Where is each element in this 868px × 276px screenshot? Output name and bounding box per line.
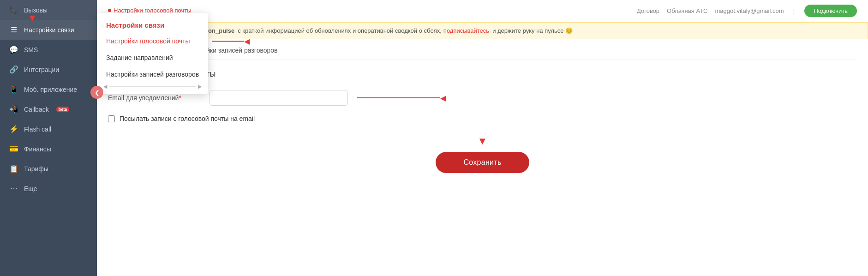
sidebar-item-tariffs[interactable]: 📋 Тарифы — [0, 159, 97, 179]
sidebar-item-integrations[interactable]: 🔗 Интеграции — [0, 60, 97, 79]
topbar-email[interactable]: maggot.vitaly@gmail.com — [715, 7, 784, 14]
more-icon: ⋯ — [9, 184, 18, 193]
mobile-app-icon: 📱 — [9, 85, 18, 94]
dropdown-item-label: Настройки записей разговоров — [106, 71, 199, 78]
topbar-contract[interactable]: Договор — [637, 7, 659, 14]
sidebar-item-communication-settings[interactable]: ☰ Настройки связи — [0, 20, 97, 40]
sidebar-item-label: Callback — [24, 106, 49, 113]
sidebar-item-label: Еще — [24, 185, 37, 192]
topbar: Настройки голосовой почты Договор Облачн… — [97, 0, 868, 22]
checkbox-row: Посылать записи с голосовой почты на ema… — [108, 115, 857, 122]
save-button[interactable]: Сохранить — [436, 152, 529, 173]
sms-icon: 💬 — [9, 45, 18, 54]
dropdown-item-directions[interactable]: Задание направлений — [97, 49, 208, 66]
info-banner-middle: с краткой информацией об обновлениях и о… — [238, 27, 442, 34]
sidebar-item-sms[interactable]: 💬 SMS — [0, 40, 97, 60]
flash-call-icon: ⚡ — [9, 125, 18, 133]
collapse-icon: ❮ — [95, 89, 100, 96]
sidebar-collapse-button[interactable]: ❮ — [90, 86, 103, 99]
tariffs-icon: 📋 — [9, 164, 18, 173]
scroll-indicator: ◀ ▶ — [100, 83, 205, 90]
email-form-row: Email для уведомлений* ◀ — [108, 90, 857, 106]
sidebar-item-calls[interactable]: 📞 Вызовы ▼ — [0, 0, 97, 20]
sidebar-item-label: Финансы — [24, 145, 51, 153]
callback-badge: beta — [56, 107, 70, 112]
sidebar: 📞 Вызовы ▼ ☰ Настройки связи 💬 SMS 🔗 Инт… — [0, 0, 97, 276]
topbar-more-icon[interactable]: ⋮ — [791, 7, 797, 14]
required-marker: * — [179, 94, 181, 102]
sidebar-item-label: SMS — [24, 46, 38, 54]
save-button-wrap: Сохранить — [108, 152, 857, 173]
info-banner-suffix: и держите руку на пульсе 😊 — [492, 27, 573, 34]
content-area: Задать направления Настройки записей раз… — [97, 39, 868, 276]
sidebar-item-label: Вызовы — [24, 6, 48, 14]
email-label: Email для уведомлений* — [108, 94, 210, 102]
dropdown-menu: Настройки связи Настройки голосовой почт… — [97, 13, 208, 94]
dropdown-item-label: Настройки голосовой почты — [106, 37, 190, 45]
sidebar-item-callback[interactable]: 📲 Callback beta — [0, 99, 97, 119]
topbar-action-button[interactable]: Подключить — [804, 5, 857, 17]
dropdown-item-voicemail[interactable]: Настройки голосовой почты ◀ — [97, 33, 208, 49]
calls-icon: 📞 — [9, 6, 18, 14]
sidebar-item-label: Моб. приложение — [24, 86, 77, 93]
sidebar-item-label: Настройки связи — [24, 26, 74, 34]
sidebar-item-label: Тарифы — [24, 165, 48, 173]
finances-icon: 💳 — [9, 144, 18, 153]
topbar-cloud-pbx[interactable]: Облачная АТС — [667, 7, 707, 14]
voicemail-email-checkbox[interactable] — [108, 115, 115, 122]
sidebar-item-finances[interactable]: 💳 Финансы — [0, 139, 97, 159]
annotation-arrow-right: ◀ — [212, 37, 250, 46]
section-title: Настройки голосовой почты — [108, 69, 857, 79]
annotation-email-arrow: ◀ — [357, 94, 446, 102]
scroll-left-icon[interactable]: ◀ — [103, 84, 107, 90]
dropdown-item-call-recording[interactable]: Настройки записей разговоров — [97, 66, 208, 83]
annotation-down-arrow: ▼ — [108, 135, 857, 147]
sidebar-item-flash-call[interactable]: ⚡ Flash call — [0, 119, 97, 139]
dropdown-item-label: Задание направлений — [106, 54, 173, 61]
sidebar-item-label: Flash call — [24, 126, 51, 133]
dropdown-title: Настройки связи — [97, 17, 208, 33]
checkbox-label: Посылать записи с голосовой почты на ema… — [120, 115, 255, 122]
sidebar-item-mobile-app[interactable]: 📱 Моб. приложение — [0, 79, 97, 99]
sidebar-item-label: Интеграции — [24, 66, 59, 73]
info-banner-link[interactable]: подписывайтесь — [443, 27, 489, 34]
communication-settings-icon: ☰ — [9, 25, 18, 34]
topbar-dot — [108, 9, 111, 12]
integrations-icon: 🔗 — [9, 65, 18, 74]
scroll-right-icon[interactable]: ▶ — [198, 84, 202, 90]
email-input[interactable] — [210, 90, 348, 106]
sidebar-item-more[interactable]: ⋯ Еще — [0, 179, 97, 198]
callback-icon: 📲 — [9, 105, 18, 114]
topbar-right: Договор Облачная АТС maggot.vitaly@gmail… — [637, 5, 857, 17]
